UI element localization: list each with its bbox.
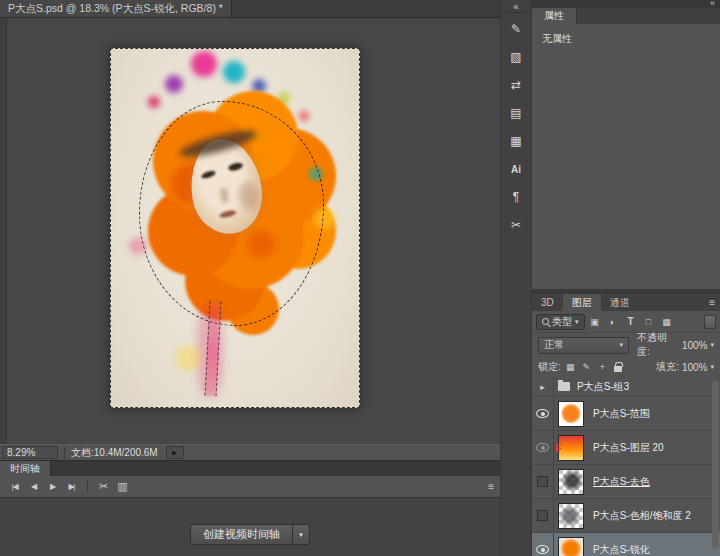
status-bar: 8.29% 文档:10.4M/200.6M ▶ [0, 444, 500, 460]
properties-tab-label: 属性 [544, 9, 564, 23]
tab-layers[interactable]: 图层 [563, 294, 601, 311]
canvas-area[interactable] [0, 18, 500, 444]
collapse-dock-icon[interactable]: « [501, 0, 531, 13]
visibility-cell[interactable] [532, 533, 554, 556]
layer-comps-icon[interactable]: ▤ [504, 101, 528, 125]
first-frame-icon[interactable]: |◀ [6, 479, 23, 495]
thumbnail-cell [554, 469, 588, 495]
filter-image-icon[interactable]: ▣ [587, 314, 603, 330]
blend-opacity-row: 正常 ▾ 不透明度: 100% ▾ [532, 333, 720, 357]
blend-mode-select[interactable]: 正常 ▾ [538, 337, 629, 354]
layer-row-selected[interactable]: P大点S-锐化 [532, 533, 720, 556]
tab-channels[interactable]: 通道 [601, 294, 639, 311]
next-frame-icon[interactable]: ▶| [63, 479, 80, 495]
zoom-level-value: 8.29% [7, 447, 35, 458]
status-menu-arrow-icon[interactable]: ▶ [166, 446, 184, 459]
visibility-cell[interactable] [532, 465, 554, 498]
layers-panel-menu-icon[interactable]: ≡ [709, 297, 715, 308]
ai-panel-icon[interactable]: Ai [504, 157, 528, 181]
layer-row[interactable]: P大点S-色相/饱和度 2 [532, 499, 720, 533]
tab-timeline[interactable]: 时间轴 [0, 461, 51, 476]
panel-icon-dock: « ✎ ▧ ⇄ ▤ ▦ Ai ¶ ✂ [500, 0, 532, 556]
layer-list: ▸ P大点S-组3 P大点S-范围 F [532, 377, 720, 556]
fill-field[interactable]: 填充: 100% ▾ [656, 360, 714, 374]
lock-shape [614, 366, 622, 372]
search-icon [542, 318, 549, 325]
collapse-panel-icon[interactable]: « [710, 0, 715, 8]
layer-thumbnail[interactable] [558, 401, 584, 427]
filter-adjustment-icon[interactable]: ◐ [605, 314, 621, 330]
chevron-down-icon: ▾ [710, 363, 714, 371]
tools-panel-edge [0, 18, 7, 444]
lock-position-icon[interactable]: + [596, 360, 609, 374]
expand-group-icon[interactable]: ▸ [540, 382, 545, 392]
lock-label: 锁定: [538, 360, 561, 374]
controls-divider [87, 480, 88, 493]
previous-frame-icon[interactable]: ◀ [25, 479, 42, 495]
zoom-level-field[interactable]: 8.29% [2, 446, 58, 459]
layer-name: P大点S-去色 [593, 475, 650, 489]
layer-thumbnail[interactable] [558, 469, 584, 495]
trim-icon[interactable]: ▥ [114, 479, 131, 495]
document-tab-bar: P大点S.psd @ 18.3% (P大点S-锐化, RGB/8) * [0, 0, 500, 18]
filter-toggle-icon[interactable] [704, 315, 716, 329]
folder-icon [558, 382, 570, 391]
lock-pixels-icon[interactable]: ✎ [580, 360, 593, 374]
visibility-cell[interactable] [532, 397, 554, 430]
layer-filter-row: 类型 ▾ ▣ ◐ T □ ▦ [532, 311, 720, 333]
tab-3d[interactable]: 3D [532, 294, 563, 311]
document-artwork[interactable] [110, 48, 360, 408]
create-video-timeline-button[interactable]: 创建视频时间轴 [190, 524, 293, 545]
lock-transparency-icon[interactable]: ▦ [564, 360, 577, 374]
visibility-eye-icon[interactable] [536, 443, 549, 452]
chevron-down-icon: ▾ [620, 341, 624, 349]
clone-source-icon[interactable]: ⇄ [504, 73, 528, 97]
lock-fill-row: 锁定: ▦ ✎ + 填充: 100% ▾ [532, 357, 720, 377]
opacity-field[interactable]: 不透明度: 100% ▾ [637, 331, 714, 359]
layer-row[interactable]: P大点S-去色 [532, 465, 720, 499]
lock-all-icon[interactable] [612, 360, 625, 374]
create-timeline-group: 创建视频时间轴 ▾ [190, 524, 310, 545]
paragraph-icon[interactable]: ¶ [504, 185, 528, 209]
tab-layers-label: 图层 [572, 296, 592, 310]
timeline-menu-icon[interactable]: ≡ [488, 481, 494, 492]
layer-name: P大点S-图层 20 [593, 441, 664, 455]
layer-thumbnail[interactable] [558, 537, 584, 556]
visibility-empty-box[interactable] [537, 510, 548, 521]
tab-properties[interactable]: 属性 [532, 8, 577, 24]
layer-row-group[interactable]: ▸ P大点S-组3 [532, 377, 720, 397]
play-icon[interactable]: ▶ [44, 479, 61, 495]
filter-type-icon[interactable]: T [623, 314, 639, 330]
properties-panel-header: « [532, 0, 720, 8]
create-video-timeline-caret-icon[interactable]: ▾ [293, 524, 310, 545]
visibility-cell[interactable] [532, 499, 554, 532]
brush-presets-icon[interactable]: ✎ [504, 17, 528, 41]
visibility-eye-icon[interactable] [536, 545, 549, 554]
tab-3d-label: 3D [541, 297, 554, 308]
document-tab[interactable]: P大点S.psd @ 18.3% (P大点S-锐化, RGB/8) * [0, 0, 232, 17]
no-properties-text: 无属性 [542, 33, 572, 44]
properties-tab-row: 属性 [532, 8, 720, 24]
yellow-wash-art [175, 345, 201, 371]
layer-f-badge: F [555, 442, 562, 454]
notes-scissors-icon[interactable]: ✂ [504, 213, 528, 237]
thumbnail-cell [554, 503, 588, 529]
right-panel: « 属性 无属性 3D 图层 通道 ≡ [532, 0, 720, 556]
styles-icon[interactable]: ▧ [504, 45, 528, 69]
visibility-eye-icon[interactable] [536, 409, 549, 418]
filter-kind-dropdown[interactable]: 类型 ▾ [536, 314, 585, 330]
filter-shape-icon[interactable]: □ [641, 314, 657, 330]
tab-channels-label: 通道 [610, 296, 630, 310]
opacity-label: 不透明度: [637, 331, 679, 359]
layer-row[interactable]: F P大点S-图层 20 [532, 431, 720, 465]
scissors-icon[interactable]: ✂ [95, 479, 112, 495]
filter-smart-object-icon[interactable]: ▦ [659, 314, 675, 330]
visibility-cell[interactable]: ▸ [532, 377, 554, 396]
swatches-icon[interactable]: ▦ [504, 129, 528, 153]
visibility-cell[interactable] [532, 431, 554, 464]
visibility-empty-box[interactable] [537, 476, 548, 487]
layers-scrollbar[interactable] [712, 381, 719, 549]
layer-thumbnail[interactable] [558, 503, 584, 529]
selection-marching-ants [139, 101, 324, 326]
layer-row[interactable]: P大点S-范围 [532, 397, 720, 431]
